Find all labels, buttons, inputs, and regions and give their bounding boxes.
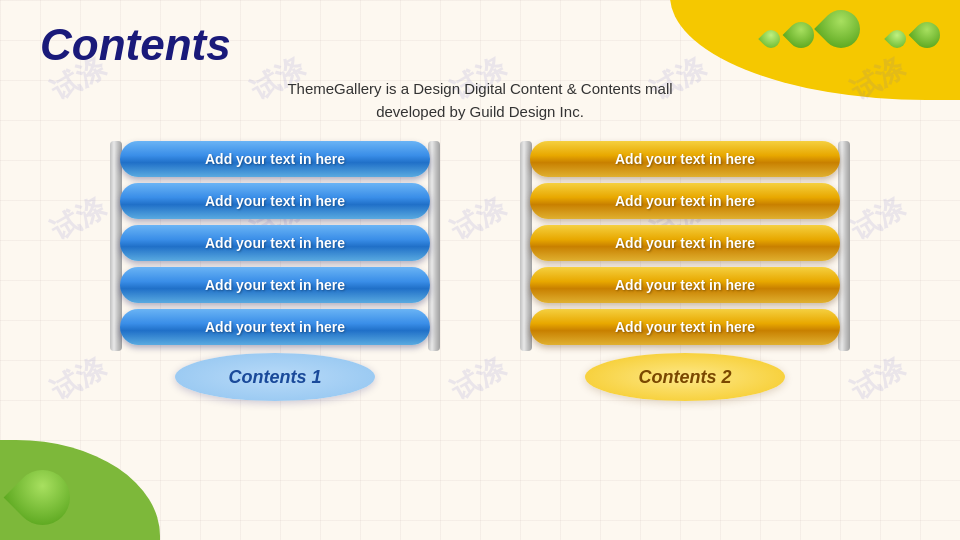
col1-label: Contents 1 [175,353,375,401]
col2-bar-5[interactable]: Add your text in here [530,309,840,345]
subtitle: ThemeGallery is a Design Digital Content… [40,78,920,123]
column-2: Add your text in here Add your text in h… [500,141,870,401]
subtitle-line2: developed by Guild Design Inc. [376,103,584,120]
col1-bars: Add your text in here Add your text in h… [90,141,460,345]
column-1: Add your text in here Add your text in h… [90,141,460,401]
col2-bars: Add your text in here Add your text in h… [500,141,870,345]
col2-bar-2[interactable]: Add your text in here [530,183,840,219]
col1-bar-4[interactable]: Add your text in here [120,267,430,303]
two-column-layout: Add your text in here Add your text in h… [40,141,920,401]
main-content: Contents ThemeGallery is a Design Digita… [0,0,960,540]
col1-bar-2[interactable]: Add your text in here [120,183,430,219]
col2-bar-1[interactable]: Add your text in here [530,141,840,177]
page-title: Contents [40,20,920,70]
subtitle-line1: ThemeGallery is a Design Digital Content… [287,80,672,97]
col1-bar-3[interactable]: Add your text in here [120,225,430,261]
col2-bar-3[interactable]: Add your text in here [530,225,840,261]
col2-label: Contents 2 [585,353,785,401]
col1-bar-1[interactable]: Add your text in here [120,141,430,177]
col1-bar-5[interactable]: Add your text in here [120,309,430,345]
col2-bar-4[interactable]: Add your text in here [530,267,840,303]
